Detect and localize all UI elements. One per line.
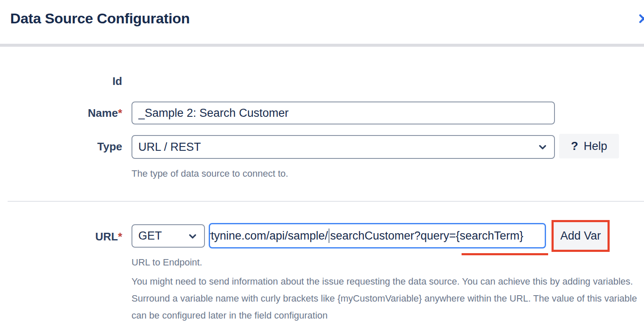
url-value-after-cursor: searchCustomer?query={searchTerm} xyxy=(330,229,523,243)
page-title: Data Source Configuration xyxy=(10,10,190,27)
http-method-value: GET xyxy=(138,229,162,243)
text-cursor xyxy=(328,229,330,243)
type-label-text: Type xyxy=(97,140,122,153)
name-input[interactable] xyxy=(132,102,555,124)
id-label-text: Id xyxy=(112,75,122,87)
type-select[interactable]: URL / REST xyxy=(132,135,555,159)
chevron-down-icon xyxy=(537,141,548,152)
close-icon[interactable] xyxy=(638,13,644,25)
url-description-line: You might need to send information about… xyxy=(132,273,637,290)
url-description-line: can be configured later in the field con… xyxy=(132,307,637,324)
section-divider xyxy=(8,201,644,202)
url-value-before-cursor: rtynine.com/api/sample/ xyxy=(209,229,328,243)
help-button-label: Help xyxy=(584,140,608,153)
url-helper-text: URL to Endpoint. xyxy=(132,257,202,268)
help-button[interactable]: ? Help xyxy=(559,134,619,158)
url-description: You might need to send information about… xyxy=(132,273,637,324)
annotation-box-red: Add Var xyxy=(552,220,610,252)
chevron-down-icon xyxy=(187,231,198,242)
url-required-asterisk: * xyxy=(118,230,122,243)
header-divider-bar xyxy=(0,44,644,47)
type-helper-text: The type of data source to connect to. xyxy=(132,168,288,179)
annotation-underline-red xyxy=(462,253,548,255)
id-label: Id xyxy=(0,75,122,88)
name-label-text: Name xyxy=(88,107,118,119)
type-select-value: URL / REST xyxy=(138,141,201,154)
url-input[interactable]: rtynine.com/api/sample/searchCustomer?qu… xyxy=(209,223,546,248)
http-method-select[interactable]: GET xyxy=(132,224,205,248)
url-description-line: Surround a variable name with curly brac… xyxy=(132,290,637,307)
add-var-button[interactable]: Add Var xyxy=(554,222,608,250)
type-label: Type xyxy=(0,140,122,153)
url-label-text: URL xyxy=(95,230,118,243)
question-mark-icon: ? xyxy=(571,139,578,153)
name-label: Name* xyxy=(0,107,122,120)
name-required-asterisk: * xyxy=(118,107,122,119)
url-label: URL* xyxy=(0,230,122,243)
